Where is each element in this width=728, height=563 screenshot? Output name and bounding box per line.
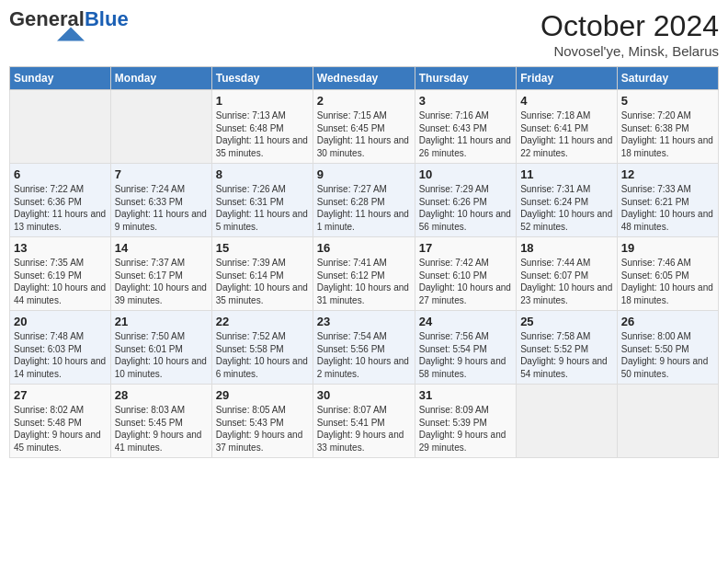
cell-info: Sunrise: 7:44 AM Sunset: 6:07 PM Dayligh…: [520, 257, 613, 306]
day-number: 15: [216, 241, 309, 255]
day-number: 19: [621, 241, 714, 255]
day-number: 1: [216, 94, 309, 108]
calendar-week-1: 1Sunrise: 7:13 AM Sunset: 6:48 PM Daylig…: [10, 90, 719, 164]
header-saturday: Saturday: [617, 67, 718, 90]
cell-info: Sunrise: 7:52 AM Sunset: 5:58 PM Dayligh…: [216, 330, 309, 380]
calendar-cell: 28Sunrise: 8:03 AM Sunset: 5:45 PM Dayli…: [110, 385, 211, 458]
calendar-cell: 1Sunrise: 7:13 AM Sunset: 6:48 PM Daylig…: [211, 90, 313, 164]
day-number: 23: [317, 315, 411, 328]
title-block: October 2024 Novosel'ye, Minsk, Belarus: [540, 9, 719, 59]
day-number: 11: [520, 167, 613, 181]
day-number: 27: [14, 388, 107, 402]
calendar-cell: 15Sunrise: 7:39 AM Sunset: 6:14 PM Dayli…: [211, 237, 313, 311]
day-number: 13: [14, 241, 107, 255]
day-number: 6: [14, 167, 107, 181]
logo: GeneralBlue: [9, 9, 129, 42]
calendar-week-3: 13Sunrise: 7:35 AM Sunset: 6:19 PM Dayli…: [10, 237, 719, 311]
header-tuesday: Tuesday: [211, 67, 313, 90]
day-number: 7: [115, 167, 208, 181]
calendar-cell: 17Sunrise: 7:42 AM Sunset: 6:10 PM Dayli…: [415, 237, 516, 311]
day-number: 29: [216, 388, 309, 402]
cell-info: Sunrise: 7:50 AM Sunset: 6:01 PM Dayligh…: [115, 330, 208, 380]
calendar-cell: 16Sunrise: 7:41 AM Sunset: 6:12 PM Dayli…: [313, 237, 415, 311]
day-number: 2: [317, 94, 411, 108]
calendar-cell: 20Sunrise: 7:48 AM Sunset: 6:03 PM Dayli…: [10, 311, 111, 385]
calendar-table: Sunday Monday Tuesday Wednesday Thursday…: [9, 66, 719, 458]
calendar-cell: 14Sunrise: 7:37 AM Sunset: 6:17 PM Dayli…: [110, 237, 211, 311]
logo-blue: Blue: [85, 7, 129, 30]
calendar-cell: 24Sunrise: 7:56 AM Sunset: 5:54 PM Dayli…: [415, 311, 516, 385]
cell-info: Sunrise: 8:00 AM Sunset: 5:50 PM Dayligh…: [621, 330, 714, 380]
cell-info: Sunrise: 7:13 AM Sunset: 6:48 PM Dayligh…: [216, 109, 309, 159]
month-title: October 2024: [540, 9, 719, 43]
calendar-week-4: 20Sunrise: 7:48 AM Sunset: 6:03 PM Dayli…: [10, 311, 719, 385]
calendar-cell: 10Sunrise: 7:29 AM Sunset: 6:26 PM Dayli…: [415, 164, 516, 237]
day-number: 26: [621, 315, 714, 328]
svg-marker-0: [57, 28, 85, 41]
cell-info: Sunrise: 7:37 AM Sunset: 6:17 PM Dayligh…: [115, 257, 208, 306]
day-number: 22: [216, 315, 309, 328]
cell-info: Sunrise: 7:33 AM Sunset: 6:21 PM Dayligh…: [621, 183, 714, 233]
calendar-cell: 3Sunrise: 7:16 AM Sunset: 6:43 PM Daylig…: [415, 90, 516, 164]
cell-info: Sunrise: 7:18 AM Sunset: 6:41 PM Dayligh…: [520, 109, 613, 159]
cell-info: Sunrise: 7:41 AM Sunset: 6:12 PM Dayligh…: [317, 257, 411, 306]
day-number: 31: [419, 388, 512, 402]
cell-info: Sunrise: 7:46 AM Sunset: 6:05 PM Dayligh…: [621, 257, 714, 306]
cell-info: Sunrise: 7:35 AM Sunset: 6:19 PM Dayligh…: [14, 257, 107, 306]
calendar-cell: [517, 385, 618, 458]
day-number: 24: [419, 315, 512, 328]
day-number: 3: [419, 94, 512, 108]
calendar-cell: 27Sunrise: 8:02 AM Sunset: 5:48 PM Dayli…: [10, 385, 111, 458]
calendar-week-5: 27Sunrise: 8:02 AM Sunset: 5:48 PM Dayli…: [10, 385, 719, 458]
calendar-week-2: 6Sunrise: 7:22 AM Sunset: 6:36 PM Daylig…: [10, 164, 719, 237]
day-number: 25: [520, 315, 613, 328]
calendar-cell: 5Sunrise: 7:20 AM Sunset: 6:38 PM Daylig…: [617, 90, 718, 164]
cell-info: Sunrise: 7:22 AM Sunset: 6:36 PM Dayligh…: [14, 183, 107, 233]
header: GeneralBlue October 2024 Novosel'ye, Min…: [9, 9, 719, 59]
day-number: 8: [216, 167, 309, 181]
cell-info: Sunrise: 7:20 AM Sunset: 6:38 PM Dayligh…: [621, 109, 714, 159]
cell-info: Sunrise: 7:54 AM Sunset: 5:56 PM Dayligh…: [317, 330, 411, 380]
cell-info: Sunrise: 7:58 AM Sunset: 5:52 PM Dayligh…: [520, 330, 613, 380]
cell-info: Sunrise: 7:56 AM Sunset: 5:54 PM Dayligh…: [419, 330, 512, 380]
cell-info: Sunrise: 7:48 AM Sunset: 6:03 PM Dayligh…: [14, 330, 107, 380]
day-number: 12: [621, 167, 714, 181]
calendar-cell: [110, 90, 211, 164]
day-number: 30: [317, 388, 411, 402]
calendar-cell: 23Sunrise: 7:54 AM Sunset: 5:56 PM Dayli…: [313, 311, 415, 385]
cell-info: Sunrise: 8:09 AM Sunset: 5:39 PM Dayligh…: [419, 404, 512, 454]
days-row: Sunday Monday Tuesday Wednesday Thursday…: [10, 67, 719, 90]
cell-info: Sunrise: 7:39 AM Sunset: 6:14 PM Dayligh…: [216, 257, 309, 306]
calendar-cell: 31Sunrise: 8:09 AM Sunset: 5:39 PM Dayli…: [415, 385, 516, 458]
cell-info: Sunrise: 7:29 AM Sunset: 6:26 PM Dayligh…: [419, 183, 512, 233]
calendar-header: Sunday Monday Tuesday Wednesday Thursday…: [10, 67, 719, 90]
day-number: 5: [621, 94, 714, 108]
day-number: 14: [115, 241, 208, 255]
calendar-body: 1Sunrise: 7:13 AM Sunset: 6:48 PM Daylig…: [10, 90, 719, 458]
calendar-cell: 8Sunrise: 7:26 AM Sunset: 6:31 PM Daylig…: [211, 164, 313, 237]
day-number: 18: [520, 241, 613, 255]
calendar-cell: 13Sunrise: 7:35 AM Sunset: 6:19 PM Dayli…: [10, 237, 111, 311]
calendar-cell: 7Sunrise: 7:24 AM Sunset: 6:33 PM Daylig…: [110, 164, 211, 237]
day-number: 20: [14, 315, 107, 328]
location: Novosel'ye, Minsk, Belarus: [540, 43, 719, 59]
calendar-cell: 4Sunrise: 7:18 AM Sunset: 6:41 PM Daylig…: [517, 90, 618, 164]
cell-info: Sunrise: 8:05 AM Sunset: 5:43 PM Dayligh…: [216, 404, 309, 454]
cell-info: Sunrise: 7:27 AM Sunset: 6:28 PM Dayligh…: [317, 183, 411, 233]
day-number: 9: [317, 167, 411, 181]
logo-label: GeneralBlue: [9, 9, 129, 42]
cell-info: Sunrise: 7:26 AM Sunset: 6:31 PM Dayligh…: [216, 183, 309, 233]
cell-info: Sunrise: 7:16 AM Sunset: 6:43 PM Dayligh…: [419, 109, 512, 159]
day-number: 4: [520, 94, 613, 108]
calendar-cell: 2Sunrise: 7:15 AM Sunset: 6:45 PM Daylig…: [313, 90, 415, 164]
calendar-cell: 21Sunrise: 7:50 AM Sunset: 6:01 PM Dayli…: [110, 311, 211, 385]
day-number: 10: [419, 167, 512, 181]
cell-info: Sunrise: 7:31 AM Sunset: 6:24 PM Dayligh…: [520, 183, 613, 233]
calendar-cell: 9Sunrise: 7:27 AM Sunset: 6:28 PM Daylig…: [313, 164, 415, 237]
day-number: 16: [317, 241, 411, 255]
calendar-cell: 12Sunrise: 7:33 AM Sunset: 6:21 PM Dayli…: [617, 164, 718, 237]
header-friday: Friday: [517, 67, 618, 90]
calendar-cell: 30Sunrise: 8:07 AM Sunset: 5:41 PM Dayli…: [313, 385, 415, 458]
cell-info: Sunrise: 8:03 AM Sunset: 5:45 PM Dayligh…: [115, 404, 208, 454]
cell-info: Sunrise: 7:24 AM Sunset: 6:33 PM Dayligh…: [115, 183, 208, 233]
